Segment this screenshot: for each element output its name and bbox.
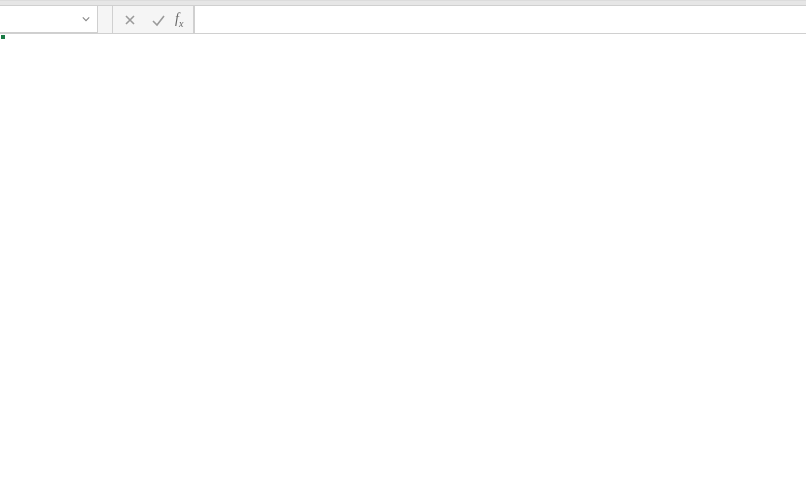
- cancel-icon[interactable]: [119, 9, 141, 31]
- excel-window: fx: [0, 0, 806, 504]
- formula-input[interactable]: [194, 6, 806, 33]
- fill-handle[interactable]: [0, 34, 6, 40]
- formula-bar: fx: [0, 6, 806, 34]
- spreadsheet-grid[interactable]: [0, 34, 806, 504]
- name-box-dropdown-icon[interactable]: [77, 10, 95, 28]
- selection-border: [0, 34, 4, 38]
- enter-icon[interactable]: [147, 9, 169, 31]
- formula-bar-buttons: fx: [112, 6, 194, 33]
- name-box[interactable]: [0, 6, 98, 33]
- separator: [98, 6, 112, 33]
- fx-icon[interactable]: fx: [175, 11, 187, 29]
